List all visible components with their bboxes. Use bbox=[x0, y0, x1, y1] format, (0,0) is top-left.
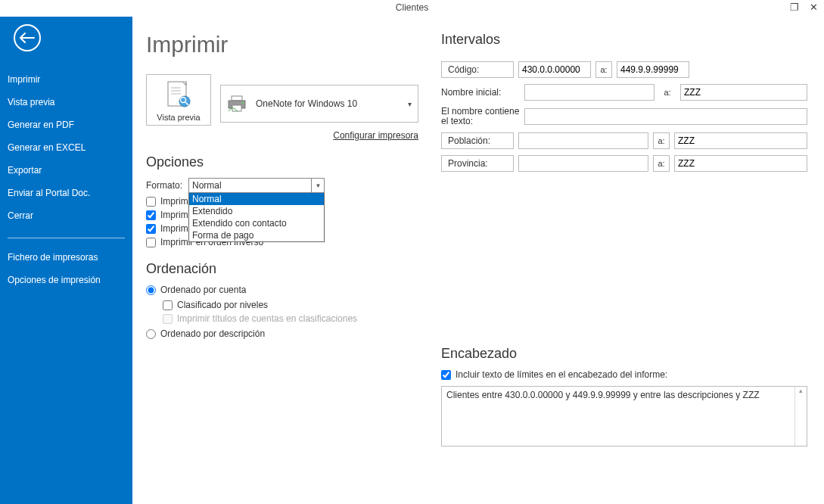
printer-name: OneNote for Windows 10 bbox=[256, 98, 357, 109]
sidebar-item-generar-pdf[interactable]: Generar en PDF bbox=[0, 114, 132, 136]
poblacion-from-input[interactable] bbox=[518, 132, 648, 149]
provincia-from-input[interactable] bbox=[518, 155, 648, 172]
checkbox-imprimir-2-label: Imprim bbox=[160, 210, 188, 220]
checkbox-imprimir-titulos bbox=[163, 314, 173, 324]
a-label: a: bbox=[653, 155, 670, 172]
sidebar-item-generar-excel[interactable]: Generar en EXCEL bbox=[0, 136, 132, 159]
vista-previa-button[interactable]: Vista previa bbox=[146, 74, 211, 126]
codigo-label: Código: bbox=[441, 61, 514, 78]
radio-ordenado-cuenta[interactable] bbox=[146, 285, 156, 295]
checkbox-imprimir-titulos-label: Imprimir títulos de cuentas en clasifica… bbox=[177, 313, 357, 324]
intervalos-heading: Intervalos bbox=[441, 32, 807, 48]
close-icon[interactable]: ✕ bbox=[810, 2, 818, 13]
document-preview-icon bbox=[150, 79, 207, 111]
window-controls: ❐ ✕ bbox=[790, 2, 818, 13]
sidebar-item-vista-previa[interactable]: Vista previa bbox=[0, 91, 132, 114]
format-dropdown-list: Normal Extendido Extendido con contacto … bbox=[188, 193, 325, 242]
checkbox-clasificado-niveles-label: Clasificado por niveles bbox=[177, 300, 268, 310]
format-dropdown[interactable]: Normal ▼ Normal Extendido Extendido con … bbox=[188, 178, 325, 193]
nombre-inicial-label: Nombre inicial: bbox=[441, 87, 520, 98]
provincia-label: Provincia: bbox=[441, 155, 514, 172]
contiene-label: El nombre contiene el texto: bbox=[441, 107, 520, 126]
contiene-input[interactable] bbox=[524, 108, 807, 125]
configure-printer-link[interactable]: Configurar impresora bbox=[146, 130, 418, 141]
vista-previa-label: Vista previa bbox=[150, 113, 207, 122]
svg-point-10 bbox=[242, 102, 244, 104]
poblacion-label: Población: bbox=[441, 132, 514, 149]
encabezado-heading: Encabezado bbox=[441, 346, 807, 362]
nombre-to-input[interactable] bbox=[680, 84, 807, 101]
format-option-forma-pago[interactable]: Forma de pago bbox=[189, 229, 324, 241]
main: Imprimir bbox=[132, 17, 824, 504]
printer-selector[interactable]: OneNote for Windows 10 ▾ bbox=[220, 85, 418, 123]
checkbox-imprimir-2[interactable] bbox=[146, 210, 156, 220]
printer-icon bbox=[227, 95, 248, 113]
scrollbar[interactable]: ▴ bbox=[794, 387, 807, 446]
sidebar-item-imprimir[interactable]: Imprimir bbox=[0, 68, 132, 91]
checkbox-orden-inverso[interactable] bbox=[146, 238, 156, 247]
scroll-up-icon[interactable]: ▴ bbox=[795, 387, 807, 394]
sidebar-item-exportar[interactable]: Exportar bbox=[0, 159, 132, 182]
codigo-from-input[interactable] bbox=[518, 61, 591, 78]
sidebar-item-opciones-impresion[interactable]: Opciones de impresión bbox=[0, 269, 132, 291]
a-label: a: bbox=[595, 61, 612, 78]
format-label: Formato: bbox=[146, 180, 182, 191]
chevron-down-icon: ▾ bbox=[408, 100, 412, 108]
format-option-extendido[interactable]: Extendido bbox=[189, 205, 324, 217]
checkbox-clasificado-niveles[interactable] bbox=[163, 300, 173, 310]
ordenacion-heading: Ordenación bbox=[146, 261, 418, 277]
sidebar-item-cerrar[interactable]: Cerrar bbox=[0, 204, 132, 227]
checkbox-sin-movimientos[interactable] bbox=[146, 224, 156, 234]
encabezado-textarea[interactable]: Clientes entre 430.0.0.00000 y 449.9.9.9… bbox=[441, 386, 807, 446]
a-label: a: bbox=[653, 132, 670, 149]
checkbox-incluir-limites-label: Incluir texto de límites en el encabezad… bbox=[456, 369, 667, 380]
back-button[interactable] bbox=[14, 24, 41, 51]
page-title: Imprimir bbox=[146, 32, 418, 58]
nombre-from-input[interactable] bbox=[524, 84, 655, 101]
radio-ordenado-descripcion[interactable] bbox=[146, 329, 156, 339]
checkbox-imprimir-1[interactable] bbox=[146, 197, 156, 207]
format-dropdown-value: Normal bbox=[188, 178, 325, 193]
poblacion-to-input[interactable] bbox=[674, 132, 807, 149]
titlebar: Clientes ❐ ✕ bbox=[0, 0, 824, 17]
codigo-to-input[interactable] bbox=[617, 61, 689, 78]
format-option-normal[interactable]: Normal bbox=[189, 193, 324, 205]
back-arrow-icon bbox=[20, 33, 35, 43]
sidebar-item-enviar-portal[interactable]: Enviar al Portal Doc. bbox=[0, 182, 132, 204]
sidebar-divider bbox=[8, 238, 125, 238]
opciones-heading: Opciones bbox=[146, 154, 418, 170]
window-title: Clientes bbox=[396, 2, 428, 13]
radio-ordenado-descripcion-label: Ordenado por descripción bbox=[160, 328, 265, 339]
a-label: a: bbox=[659, 88, 676, 97]
encabezado-text: Clientes entre 430.0.0.00000 y 449.9.9.9… bbox=[442, 387, 807, 403]
svg-rect-7 bbox=[232, 96, 242, 101]
checkbox-imprimir-1-label: Imprim bbox=[160, 196, 188, 207]
chevron-down-icon[interactable]: ▼ bbox=[311, 178, 325, 193]
sidebar: Imprimir Vista previa Generar en PDF Gen… bbox=[0, 17, 132, 504]
sidebar-item-fichero-impresoras[interactable]: Fichero de impresoras bbox=[0, 246, 132, 269]
format-option-extendido-contacto[interactable]: Extendido con contacto bbox=[189, 217, 324, 229]
provincia-to-input[interactable] bbox=[674, 155, 807, 172]
checkbox-incluir-limites[interactable] bbox=[441, 370, 451, 380]
radio-ordenado-cuenta-label: Ordenado por cuenta bbox=[160, 285, 246, 295]
maximize-icon[interactable]: ❐ bbox=[790, 2, 799, 13]
